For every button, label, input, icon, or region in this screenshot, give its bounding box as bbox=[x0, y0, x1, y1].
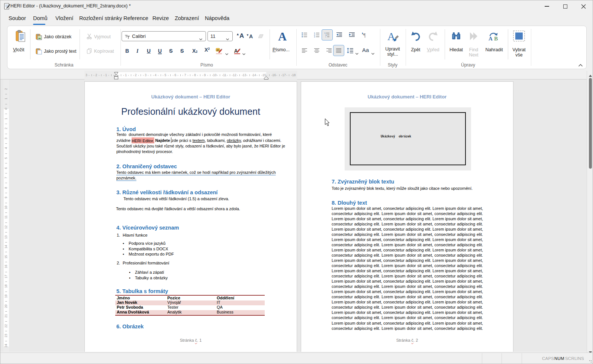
tab-Revize[interactable]: Revize bbox=[152, 13, 165, 23]
btn-ar[interactable] bbox=[326, 48, 332, 53]
tab-Soubor[interactable]: Soubor bbox=[9, 13, 23, 23]
table: JménoPoziceOddělení Jan NovákVývojářIT P… bbox=[115, 295, 265, 316]
btn-UU[interactable]: U bbox=[158, 48, 162, 54]
btn-vybrat-vse[interactable] bbox=[513, 30, 525, 43]
svg-text:i: i bbox=[326, 36, 326, 38]
tab-Reference[interactable]: Reference bbox=[123, 13, 142, 23]
page-1: Ukázkový dokument – HERI Editor Profesio… bbox=[84, 81, 297, 352]
btn-maximize[interactable] bbox=[557, 0, 574, 12]
tab-Vložení[interactable]: Vložení bbox=[55, 13, 69, 23]
svg-text:A: A bbox=[489, 36, 493, 41]
status-bar: CAPS NUM SCRL INS bbox=[0, 352, 593, 364]
btn-jako-prosty[interactable] bbox=[36, 48, 42, 56]
btn-outdent[interactable] bbox=[336, 32, 342, 38]
ribbon: Schránka Písmo Odstavec Styly Úpravy Vlo… bbox=[7, 26, 587, 69]
scroll-thumb[interactable] bbox=[589, 78, 592, 169]
scrollbar bbox=[587, 71, 593, 352]
btn-I[interactable]: I bbox=[136, 48, 138, 54]
svg-text:3: 3 bbox=[314, 36, 315, 38]
v-ruler: 2 1 0 1 2 3 4 5 6 7 8 9 10 11 12 13 14 1… bbox=[3, 79, 9, 352]
btn-zpet[interactable] bbox=[411, 32, 421, 42]
btn-aj bbox=[333, 45, 344, 56]
btn-pismo[interactable]: A bbox=[278, 30, 289, 44]
btn-SS[interactable]: S bbox=[180, 48, 184, 54]
btn-S[interactable]: S bbox=[169, 48, 173, 54]
svg-text:A: A bbox=[234, 48, 238, 54]
tab-Zobrazení[interactable]: Zobrazení bbox=[175, 13, 195, 23]
btn-ac[interactable] bbox=[314, 48, 320, 53]
btn-ol[interactable]: 123 bbox=[314, 32, 320, 38]
btn-hledat[interactable] bbox=[451, 31, 461, 42]
tab-Nápověda[interactable]: Nápověda bbox=[205, 13, 224, 23]
title-bar: HERI Editor - (Ukazkovy_dokument_HERI_2s… bbox=[0, 0, 593, 12]
btn-indent[interactable] bbox=[349, 32, 355, 38]
menu-tabs: Soubor Domů Vložení Rozložení stránky Re… bbox=[0, 12, 593, 24]
ribbon-collapse[interactable] bbox=[578, 62, 583, 68]
h-ruler: 3 2 1 1 2 3 4 5 6 7 8 9 10 11 12 13 14 1… bbox=[0, 71, 587, 79]
heri-editor-window: HERI Editor - (Ukazkovy_dokument_HERI_2s… bbox=[0, 0, 593, 364]
btn-U[interactable]: U bbox=[147, 48, 151, 54]
figure: Ukázkový obrázek bbox=[345, 107, 471, 170]
workspace: Ukázkový dokument – HERI Editor Profesio… bbox=[0, 79, 587, 352]
title-text: HERI Editor - (Ukazkovy_dokument_HERI_2s… bbox=[10, 3, 131, 9]
tab-Rozložení stránky[interactable]: Rozložení stránky bbox=[79, 13, 113, 23]
btn-al[interactable] bbox=[302, 48, 307, 53]
btn-vlozit[interactable] bbox=[15, 30, 26, 44]
btn-jako-obrazek[interactable] bbox=[36, 34, 42, 42]
svg-text:A: A bbox=[278, 30, 287, 42]
svg-text:B: B bbox=[494, 36, 498, 41]
btn-grow-font[interactable]: ▲A bbox=[236, 32, 244, 40]
btn-ml: 1ai bbox=[322, 29, 333, 40]
btn-ul[interactable] bbox=[302, 32, 307, 38]
tab-Domů[interactable]: Domů bbox=[33, 13, 45, 23]
btn-close[interactable] bbox=[575, 0, 592, 12]
btn-nahradit[interactable]: AB bbox=[488, 31, 499, 42]
btn-upravit-styl[interactable]: A bbox=[387, 30, 400, 44]
btn-B[interactable]: B bbox=[125, 48, 129, 54]
svg-text:ab: ab bbox=[216, 49, 219, 51]
svg-text:¶: ¶ bbox=[363, 32, 366, 38]
btn-pilcrow[interactable]: ¶ bbox=[361, 32, 367, 38]
btn-minimize[interactable] bbox=[538, 0, 555, 12]
page-2: Ukázkový dokument – HERI Editor Ukázkový… bbox=[301, 81, 513, 352]
app-icon bbox=[3, 3, 11, 12]
btn-shrink-font[interactable]: ▼A bbox=[246, 33, 253, 39]
